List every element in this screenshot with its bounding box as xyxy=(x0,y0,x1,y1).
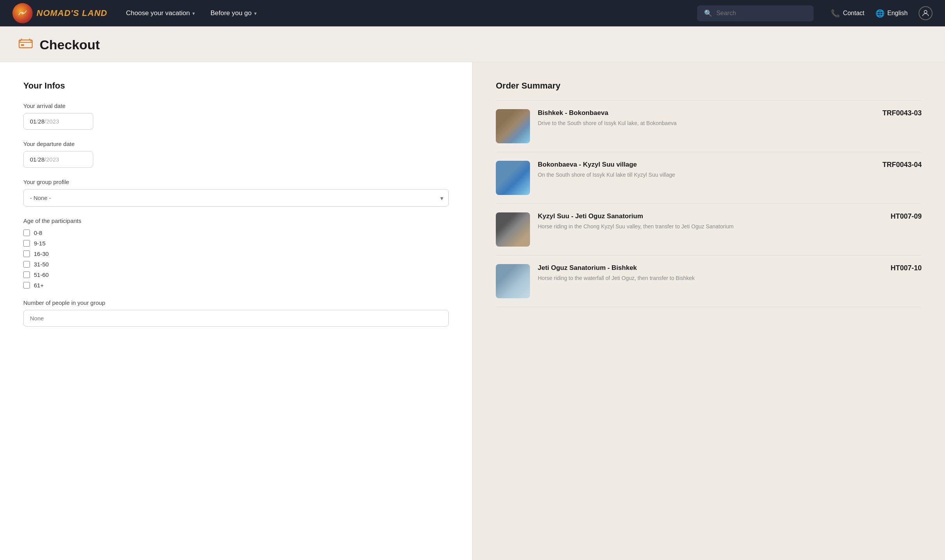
age-0-8[interactable]: 0-8 xyxy=(23,230,449,236)
age-31-50[interactable]: 31-50 xyxy=(23,261,449,268)
age-16-30[interactable]: 16-30 xyxy=(23,250,449,257)
age-61-plus-checkbox[interactable] xyxy=(23,282,30,289)
left-panel: Your Infos Your arrival date 01 / 28 / 2… xyxy=(0,62,472,560)
group-profile-select[interactable]: - None - Family Couple Solo Group xyxy=(23,189,449,207)
departure-day: 28 xyxy=(38,156,45,163)
checkout-icon xyxy=(19,38,33,52)
logo-icon xyxy=(12,3,33,23)
user-profile-button[interactable] xyxy=(919,6,933,20)
item-name: Bishkek - Bokonbaeva xyxy=(538,109,875,117)
age-9-15[interactable]: 9-15 xyxy=(23,240,449,247)
main-layout: Your Infos Your arrival date 01 / 28 / 2… xyxy=(0,62,945,560)
item-info-trf0043-03: Bishkek - Bokonbaeva Drive to the South … xyxy=(538,109,875,127)
item-code: TRF0043-04 xyxy=(882,161,922,169)
nav-actions: 📞 Contact 🌐 English xyxy=(831,6,933,20)
item-name: Jeti Oguz Sanatorium - Bishkek xyxy=(538,264,883,272)
logo[interactable]: NOMAD'S LAND xyxy=(12,3,107,23)
age-16-30-checkbox[interactable] xyxy=(23,250,30,257)
nav-links: Choose your vacation ▾ Before you go ▾ xyxy=(126,9,685,17)
item-code: HT007-10 xyxy=(891,264,922,272)
svg-point-1 xyxy=(21,12,24,14)
order-item-trf0043-03: Bishkek - Bokonbaeva Drive to the South … xyxy=(496,100,922,152)
age-51-60-checkbox[interactable] xyxy=(23,271,30,278)
departure-date-group: Your departure date 01 / 28 / 2023 xyxy=(23,141,449,168)
arrival-day: 28 xyxy=(38,118,45,125)
logo-text: NOMAD'S LAND xyxy=(37,8,107,18)
departure-year: 2023 xyxy=(46,156,59,163)
item-desc: On the South shore of Issyk Kul lake til… xyxy=(538,171,875,179)
chevron-down-icon: ▾ xyxy=(254,10,257,16)
svg-point-2 xyxy=(924,10,927,13)
arrival-date-input[interactable]: 01 / 28 / 2023 xyxy=(23,113,93,130)
item-image-trf0043-03 xyxy=(496,109,530,143)
item-code: HT007-09 xyxy=(891,212,922,221)
item-name: Kyzyl Suu - Jeti Oguz Sanatorium xyxy=(538,212,883,220)
chevron-down-icon: ▾ xyxy=(192,10,195,16)
svg-rect-4 xyxy=(21,44,24,46)
item-desc: Horse riding in the Chong Kyzyl Suu vall… xyxy=(538,223,883,231)
search-input[interactable] xyxy=(716,10,807,17)
item-image-ht007-10 xyxy=(496,264,530,298)
arrival-year: 2023 xyxy=(46,118,59,125)
phone-icon: 📞 xyxy=(831,9,840,18)
age-61-plus[interactable]: 61+ xyxy=(23,282,449,289)
choose-vacation-link[interactable]: Choose your vacation ▾ xyxy=(126,9,195,17)
translate-icon: 🌐 xyxy=(875,9,885,18)
navbar: NOMAD'S LAND Choose your vacation ▾ Befo… xyxy=(0,0,945,26)
before-you-go-link[interactable]: Before you go ▾ xyxy=(211,9,257,17)
group-profile-label: Your group profile xyxy=(23,179,449,185)
item-desc: Horse riding to the waterfall of Jeti Og… xyxy=(538,274,883,282)
number-people-group: Number of people in your group xyxy=(23,299,449,327)
order-items-list: Bishkek - Bokonbaeva Drive to the South … xyxy=(496,100,922,307)
group-profile-group: Your group profile - None - Family Coupl… xyxy=(23,179,449,207)
age-9-15-checkbox[interactable] xyxy=(23,240,30,247)
svg-rect-3 xyxy=(19,40,32,48)
age-0-8-checkbox[interactable] xyxy=(23,230,30,236)
age-checkboxes: 0-8 9-15 16-30 31-50 51-60 xyxy=(23,230,449,289)
page-header: Checkout xyxy=(0,26,945,62)
number-people-label: Number of people in your group xyxy=(23,299,449,306)
right-panel: Order Summary Bishkek - Bokonbaeva Drive… xyxy=(472,62,945,560)
arrival-date-group: Your arrival date 01 / 28 / 2023 xyxy=(23,103,449,130)
item-desc: Drive to the South shore of Issyk Kul la… xyxy=(538,119,875,127)
age-label: Age of the participants xyxy=(23,217,449,224)
order-summary-title: Order Summary xyxy=(496,81,922,91)
age-group: Age of the participants 0-8 9-15 16-30 3… xyxy=(23,217,449,289)
search-icon: 🔍 xyxy=(704,9,712,17)
item-info-ht007-10: Jeti Oguz Sanatorium - Bishkek Horse rid… xyxy=(538,264,883,282)
order-item-ht007-09: Kyzyl Suu - Jeti Oguz Sanatorium Horse r… xyxy=(496,203,922,255)
order-item-ht007-10: Jeti Oguz Sanatorium - Bishkek Horse rid… xyxy=(496,255,922,307)
age-31-50-checkbox[interactable] xyxy=(23,261,30,268)
page-title: Checkout xyxy=(40,37,100,52)
item-image-ht007-09 xyxy=(496,212,530,247)
language-selector[interactable]: 🌐 English xyxy=(875,9,908,18)
departure-month: 01 xyxy=(30,156,37,163)
your-infos-title: Your Infos xyxy=(23,81,449,91)
arrival-month: 01 xyxy=(30,118,37,125)
item-code: TRF0043-03 xyxy=(882,109,922,117)
item-image-trf0043-04 xyxy=(496,161,530,195)
order-item-trf0043-04: Bokonbaeva - Kyzyl Suu village On the So… xyxy=(496,152,922,203)
number-people-input[interactable] xyxy=(23,310,449,327)
arrival-date-label: Your arrival date xyxy=(23,103,449,109)
departure-date-label: Your departure date xyxy=(23,141,449,147)
item-info-trf0043-04: Bokonbaeva - Kyzyl Suu village On the So… xyxy=(538,161,875,179)
age-51-60[interactable]: 51-60 xyxy=(23,271,449,278)
group-profile-select-wrapper: - None - Family Couple Solo Group ▾ xyxy=(23,189,449,207)
search-bar[interactable]: 🔍 xyxy=(697,5,814,21)
contact-link[interactable]: 📞 Contact xyxy=(831,9,864,18)
item-name: Bokonbaeva - Kyzyl Suu village xyxy=(538,161,875,169)
departure-date-input[interactable]: 01 / 28 / 2023 xyxy=(23,151,93,168)
item-info-ht007-09: Kyzyl Suu - Jeti Oguz Sanatorium Horse r… xyxy=(538,212,883,231)
